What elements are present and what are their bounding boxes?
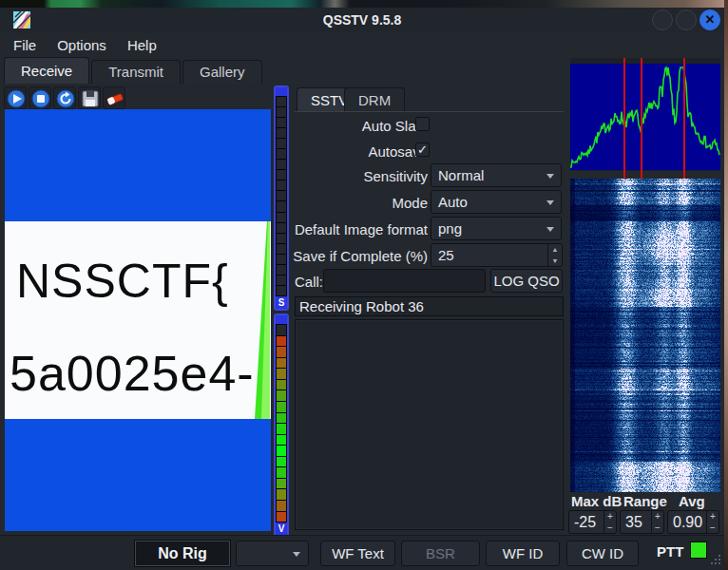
- meter-segment: [277, 380, 286, 390]
- autosave-checkbox[interactable]: ✓: [415, 142, 430, 157]
- call-label: Call:: [295, 274, 323, 290]
- spin-up-icon[interactable]: ▲: [548, 244, 562, 256]
- volume-meter-body: [276, 324, 287, 522]
- save-if-complete-spinbox[interactable]: 25 ▲▼: [431, 243, 563, 267]
- meter-segment: [277, 489, 286, 500]
- qsstv-window: QSSTV 9.5.8 ✕ File Options Help Receive …: [0, 0, 728, 570]
- meter-segment: [277, 201, 286, 211]
- chevron-down-icon: [546, 227, 554, 232]
- close-button[interactable]: ✕: [699, 10, 720, 30]
- call-input[interactable]: [323, 269, 486, 293]
- image-format-label: Default Image format: [293, 221, 428, 238]
- received-image-white-band: NSSCTF{ 5a0025e4-: [5, 221, 271, 419]
- waterfall-display[interactable]: [570, 179, 720, 492]
- max-db-label: Max dB: [571, 493, 622, 509]
- meter-segment: [277, 457, 286, 467]
- auto-slant-checkbox[interactable]: [415, 117, 430, 131]
- avg-spinbox[interactable]: 0.90 +−: [667, 510, 719, 534]
- start-receive-button[interactable]: [4, 86, 27, 109]
- mode-select[interactable]: Auto: [431, 190, 562, 214]
- meter-segment: [277, 413, 286, 424]
- avg-label: Avg: [679, 493, 705, 509]
- bsr-button: BSR: [401, 541, 480, 566]
- menu-help[interactable]: Help: [124, 35, 161, 55]
- meter-segment: [277, 467, 286, 478]
- tab-drm[interactable]: DRM: [344, 87, 405, 112]
- stop-icon: [30, 88, 51, 109]
- replay-icon: [55, 88, 76, 109]
- meter-segment: [277, 191, 286, 200]
- signal-meter-cap: [276, 87, 287, 96]
- spectrum-trace: [570, 67, 719, 167]
- save-if-complete-value: 25: [431, 244, 547, 266]
- restart-button[interactable]: [53, 86, 76, 109]
- spectrum-plot: [570, 64, 720, 170]
- log-qso-button[interactable]: LOG QSO: [490, 269, 563, 293]
- meter-segment: [277, 286, 286, 295]
- save-icon: [80, 88, 101, 109]
- spin-arrows[interactable]: ▲▼: [547, 244, 562, 266]
- meter-segment: [277, 501, 286, 511]
- signal-meter: S: [274, 86, 289, 311]
- plus-icon[interactable]: +: [604, 511, 616, 522]
- sensitivity-select[interactable]: Normal: [431, 163, 562, 187]
- plus-icon[interactable]: +: [652, 511, 663, 522]
- tab-receive[interactable]: Receive: [4, 57, 89, 84]
- saved-images-list[interactable]: [295, 319, 564, 530]
- menu-file[interactable]: File: [10, 35, 40, 55]
- meter-segment: [277, 118, 286, 127]
- meter-segment: [277, 223, 286, 233]
- signal-meter-label: S: [276, 296, 287, 309]
- volume-meter: V: [274, 314, 289, 537]
- chevron-down-icon: [293, 552, 300, 557]
- resize-grip[interactable]: [707, 551, 722, 566]
- meter-segment: [277, 107, 286, 117]
- range-spinbox[interactable]: 35 +−: [620, 510, 664, 534]
- waterfall-marker-tick: [683, 173, 685, 179]
- image-format-select[interactable]: png: [431, 217, 562, 240]
- meter-segment: [277, 512, 286, 522]
- minus-icon[interactable]: −: [652, 522, 663, 534]
- stop-receive-button[interactable]: [29, 86, 51, 109]
- meter-segment: [277, 390, 286, 401]
- rig-select[interactable]: [236, 541, 309, 566]
- meter-segment: [277, 369, 286, 379]
- wf-text-button[interactable]: WF Text: [320, 541, 395, 566]
- chevron-down-icon: [546, 174, 554, 179]
- spin-buttons[interactable]: +−: [651, 511, 663, 533]
- desktop-background-strip-right: [724, 0, 728, 570]
- spin-buttons[interactable]: +−: [706, 511, 718, 533]
- save-image-button[interactable]: [78, 86, 101, 109]
- meter-segment: [277, 139, 286, 148]
- spin-down-icon[interactable]: ▼: [548, 256, 562, 267]
- mode-value: Auto: [438, 194, 468, 210]
- wf-id-button[interactable]: WF ID: [486, 541, 560, 566]
- minus-icon[interactable]: −: [707, 522, 718, 534]
- minimize-button[interactable]: [652, 10, 673, 30]
- meter-segment: [277, 424, 286, 434]
- meter-segment: [277, 435, 286, 446]
- maximize-button[interactable]: [676, 10, 697, 30]
- meter-segment: [277, 160, 286, 169]
- auto-slant-label: Auto Slant: [293, 118, 428, 134]
- menu-options[interactable]: Options: [53, 35, 110, 55]
- signal-meter-body: [276, 96, 287, 296]
- plus-icon[interactable]: +: [707, 511, 718, 522]
- sensitivity-label: Sensitivity: [293, 168, 428, 184]
- max-db-spinbox[interactable]: -25 +−: [568, 510, 617, 534]
- minus-icon[interactable]: −: [604, 522, 616, 534]
- spin-buttons[interactable]: +−: [603, 511, 616, 533]
- tab-transmit[interactable]: Transmit: [91, 60, 181, 84]
- meter-segment: [277, 479, 286, 489]
- sensitivity-value: Normal: [438, 167, 484, 183]
- play-icon: [6, 88, 27, 109]
- meter-segment: [277, 265, 286, 275]
- erase-image-button[interactable]: [103, 86, 125, 109]
- window-title: QSSTV 9.5.8: [0, 12, 724, 28]
- cw-id-button[interactable]: CW ID: [566, 541, 639, 566]
- meter-segment: [277, 128, 286, 138]
- meter-segment: [277, 402, 286, 412]
- sync-stripe: [5, 221, 271, 419]
- max-db-value: -25: [569, 511, 603, 533]
- tab-gallery[interactable]: Gallery: [182, 60, 262, 84]
